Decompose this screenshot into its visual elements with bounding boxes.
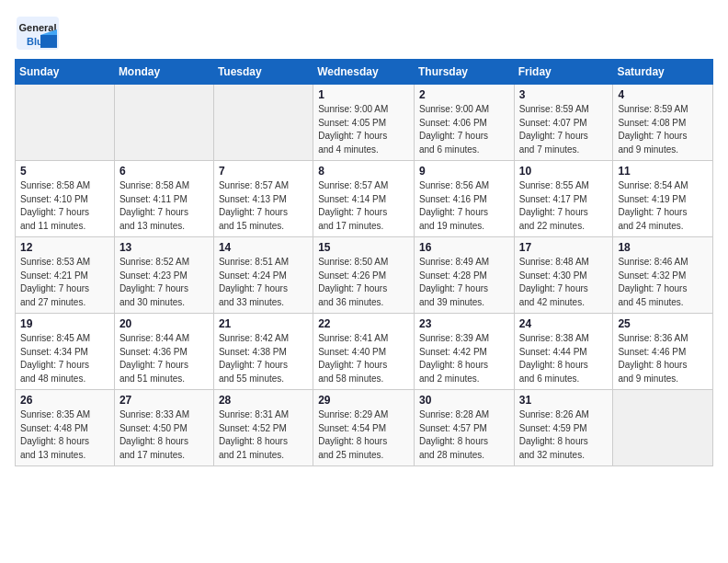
calendar-cell: 13Sunrise: 8:52 AMSunset: 4:23 PMDayligh… (114, 237, 213, 314)
day-number: 12 (20, 241, 109, 254)
day-info: Sunrise: 8:54 AMSunset: 4:19 PMDaylight:… (618, 179, 708, 233)
day-number: 23 (419, 317, 509, 330)
day-number: 7 (219, 165, 308, 178)
calendar-cell: 24Sunrise: 8:38 AMSunset: 4:44 PMDayligh… (514, 314, 613, 390)
day-number: 1 (318, 88, 409, 101)
calendar-cell: 2Sunrise: 9:00 AMSunset: 4:06 PMDaylight… (414, 85, 514, 161)
svg-text:General: General (19, 22, 57, 33)
page-header: General Blue (15, 15, 713, 52)
calendar-table: SundayMondayTuesdayWednesdayThursdayFrid… (15, 59, 713, 466)
logo-icon: General Blue (15, 15, 61, 52)
calendar-header-row: SundayMondayTuesdayWednesdayThursdayFrid… (16, 60, 713, 85)
day-number: 19 (20, 317, 109, 330)
day-number: 28 (219, 394, 308, 407)
day-of-week-header: Sunday (16, 60, 115, 85)
day-info: Sunrise: 8:44 AMSunset: 4:36 PMDaylight:… (119, 332, 209, 385)
calendar-cell: 14Sunrise: 8:51 AMSunset: 4:24 PMDayligh… (213, 237, 313, 314)
calendar-cell: 22Sunrise: 8:41 AMSunset: 4:40 PMDayligh… (313, 314, 415, 390)
day-info: Sunrise: 8:49 AMSunset: 4:28 PMDaylight:… (419, 256, 509, 309)
day-of-week-header: Wednesday (313, 60, 415, 85)
day-info: Sunrise: 8:48 AMSunset: 4:30 PMDaylight:… (519, 256, 609, 309)
calendar-week-row: 26Sunrise: 8:35 AMSunset: 4:48 PMDayligh… (16, 390, 713, 466)
day-number: 20 (119, 317, 209, 330)
day-number: 18 (618, 241, 708, 254)
day-number: 24 (519, 317, 609, 330)
day-info: Sunrise: 8:35 AMSunset: 4:48 PMDaylight:… (20, 408, 109, 462)
calendar-cell (613, 390, 713, 466)
day-info: Sunrise: 8:59 AMSunset: 4:08 PMDaylight:… (618, 103, 708, 156)
day-info: Sunrise: 8:52 AMSunset: 4:23 PMDaylight:… (119, 256, 209, 309)
calendar-cell: 11Sunrise: 8:54 AMSunset: 4:19 PMDayligh… (613, 161, 713, 237)
calendar-week-row: 19Sunrise: 8:45 AMSunset: 4:34 PMDayligh… (16, 314, 713, 390)
day-number: 4 (618, 88, 708, 101)
calendar-cell: 5Sunrise: 8:58 AMSunset: 4:10 PMDaylight… (16, 161, 115, 237)
calendar-week-row: 5Sunrise: 8:58 AMSunset: 4:10 PMDaylight… (16, 161, 713, 237)
day-info: Sunrise: 8:42 AMSunset: 4:38 PMDaylight:… (219, 332, 308, 385)
day-of-week-header: Tuesday (213, 60, 313, 85)
day-info: Sunrise: 8:55 AMSunset: 4:17 PMDaylight:… (519, 179, 609, 233)
calendar-cell: 8Sunrise: 8:57 AMSunset: 4:14 PMDaylight… (313, 161, 415, 237)
calendar-cell: 1Sunrise: 9:00 AMSunset: 4:05 PMDaylight… (313, 85, 415, 161)
day-info: Sunrise: 8:57 AMSunset: 4:14 PMDaylight:… (318, 179, 409, 233)
day-of-week-header: Monday (114, 60, 213, 85)
calendar-cell: 6Sunrise: 8:58 AMSunset: 4:11 PMDaylight… (114, 161, 213, 237)
day-number: 9 (419, 165, 509, 178)
day-info: Sunrise: 8:31 AMSunset: 4:52 PMDaylight:… (219, 408, 308, 462)
calendar-cell: 30Sunrise: 8:28 AMSunset: 4:57 PMDayligh… (414, 390, 514, 466)
calendar-cell (114, 85, 213, 161)
day-info: Sunrise: 8:59 AMSunset: 4:07 PMDaylight:… (519, 103, 609, 156)
day-info: Sunrise: 8:53 AMSunset: 4:21 PMDaylight:… (20, 256, 109, 309)
day-number: 3 (519, 88, 609, 101)
day-info: Sunrise: 8:58 AMSunset: 4:10 PMDaylight:… (20, 179, 109, 233)
calendar-cell: 19Sunrise: 8:45 AMSunset: 4:34 PMDayligh… (16, 314, 115, 390)
day-info: Sunrise: 9:00 AMSunset: 4:05 PMDaylight:… (318, 103, 409, 156)
day-info: Sunrise: 8:56 AMSunset: 4:16 PMDaylight:… (419, 179, 509, 233)
calendar-cell (213, 85, 313, 161)
day-of-week-header: Saturday (613, 60, 713, 85)
day-info: Sunrise: 8:41 AMSunset: 4:40 PMDaylight:… (318, 332, 409, 385)
day-info: Sunrise: 8:58 AMSunset: 4:11 PMDaylight:… (119, 179, 209, 233)
day-number: 21 (219, 317, 308, 330)
day-info: Sunrise: 9:00 AMSunset: 4:06 PMDaylight:… (419, 103, 509, 156)
calendar-cell: 7Sunrise: 8:57 AMSunset: 4:13 PMDaylight… (213, 161, 313, 237)
day-number: 2 (419, 88, 509, 101)
day-info: Sunrise: 8:26 AMSunset: 4:59 PMDaylight:… (519, 408, 609, 462)
calendar-cell: 20Sunrise: 8:44 AMSunset: 4:36 PMDayligh… (114, 314, 213, 390)
day-number: 30 (419, 394, 509, 407)
calendar-cell: 23Sunrise: 8:39 AMSunset: 4:42 PMDayligh… (414, 314, 514, 390)
day-number: 15 (318, 241, 409, 254)
day-info: Sunrise: 8:38 AMSunset: 4:44 PMDaylight:… (519, 332, 609, 385)
day-number: 22 (318, 317, 409, 330)
calendar-cell: 15Sunrise: 8:50 AMSunset: 4:26 PMDayligh… (313, 237, 415, 314)
day-info: Sunrise: 8:39 AMSunset: 4:42 PMDaylight:… (419, 332, 509, 385)
day-info: Sunrise: 8:29 AMSunset: 4:54 PMDaylight:… (318, 408, 409, 462)
day-number: 8 (318, 165, 409, 178)
day-info: Sunrise: 8:51 AMSunset: 4:24 PMDaylight:… (219, 256, 308, 309)
day-info: Sunrise: 8:36 AMSunset: 4:46 PMDaylight:… (618, 332, 708, 385)
day-number: 14 (219, 241, 308, 254)
day-number: 5 (20, 165, 109, 178)
day-number: 31 (519, 394, 609, 407)
calendar-cell: 10Sunrise: 8:55 AMSunset: 4:17 PMDayligh… (514, 161, 613, 237)
day-info: Sunrise: 8:46 AMSunset: 4:32 PMDaylight:… (618, 256, 708, 309)
calendar-cell: 18Sunrise: 8:46 AMSunset: 4:32 PMDayligh… (613, 237, 713, 314)
calendar-cell: 28Sunrise: 8:31 AMSunset: 4:52 PMDayligh… (213, 390, 313, 466)
calendar-cell: 26Sunrise: 8:35 AMSunset: 4:48 PMDayligh… (16, 390, 115, 466)
day-of-week-header: Thursday (414, 60, 514, 85)
day-of-week-header: Friday (514, 60, 613, 85)
day-info: Sunrise: 8:45 AMSunset: 4:34 PMDaylight:… (20, 332, 109, 385)
day-info: Sunrise: 8:28 AMSunset: 4:57 PMDaylight:… (419, 408, 509, 462)
calendar-body: 1Sunrise: 9:00 AMSunset: 4:05 PMDaylight… (16, 85, 713, 466)
day-number: 6 (119, 165, 209, 178)
calendar-cell: 27Sunrise: 8:33 AMSunset: 4:50 PMDayligh… (114, 390, 213, 466)
day-number: 26 (20, 394, 109, 407)
calendar-cell: 31Sunrise: 8:26 AMSunset: 4:59 PMDayligh… (514, 390, 613, 466)
calendar-cell: 9Sunrise: 8:56 AMSunset: 4:16 PMDaylight… (414, 161, 514, 237)
day-info: Sunrise: 8:33 AMSunset: 4:50 PMDaylight:… (119, 408, 209, 462)
day-number: 25 (618, 317, 708, 330)
day-number: 10 (519, 165, 609, 178)
day-info: Sunrise: 8:50 AMSunset: 4:26 PMDaylight:… (318, 256, 409, 309)
day-number: 11 (618, 165, 708, 178)
calendar-cell: 17Sunrise: 8:48 AMSunset: 4:30 PMDayligh… (514, 237, 613, 314)
calendar-cell: 4Sunrise: 8:59 AMSunset: 4:08 PMDaylight… (613, 85, 713, 161)
